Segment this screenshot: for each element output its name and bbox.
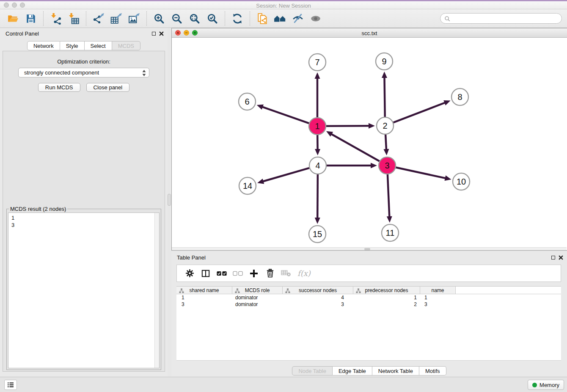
column-header-name[interactable]: name	[420, 287, 456, 294]
graph-edge[interactable]	[262, 107, 309, 123]
tree-icon	[235, 288, 240, 293]
result-scrollbar[interactable]	[154, 213, 159, 368]
delete-table-icon	[281, 268, 292, 279]
tab-network-table[interactable]: Network Table	[372, 366, 419, 375]
toolbar-separator	[43, 11, 44, 26]
graph-edge[interactable]	[394, 102, 446, 122]
export-table-icon[interactable]	[109, 11, 124, 26]
show-column-panel-icon[interactable]	[200, 268, 211, 279]
tab-motifs[interactable]: Motifs	[419, 366, 446, 375]
graph-edge[interactable]	[384, 77, 385, 117]
graph-edge[interactable]	[317, 174, 318, 218]
session-title: Session: New Session	[0, 3, 567, 9]
table-options-icon[interactable]	[184, 268, 195, 279]
criterion-select[interactable]: strongly connected component	[18, 68, 149, 77]
panel-splitter-handle[interactable]	[168, 194, 171, 206]
save-session-icon[interactable]	[24, 11, 38, 26]
column-header-mcds-role[interactable]: MCDS role	[232, 287, 283, 294]
graph-edge-arrowhead	[445, 175, 451, 181]
run-mcds-button[interactable]: Run MCDS	[38, 83, 80, 92]
zoom-fit-icon[interactable]	[187, 11, 202, 26]
graph-edge-arrowhead	[369, 123, 375, 129]
network-graph[interactable]: 7968124314101511	[172, 38, 567, 247]
tree-icon	[285, 288, 290, 293]
network-hscrollbar[interactable]	[172, 247, 567, 250]
graph-edge-arrowhead	[383, 149, 389, 155]
mcds-result-text[interactable]: 1 3	[8, 213, 160, 368]
graph-edge-arrowhead	[371, 163, 377, 168]
tab-node-table[interactable]: Node Table	[292, 366, 333, 375]
control-panel-title: Control Panel	[6, 30, 39, 37]
tab-select[interactable]: Select	[85, 41, 112, 50]
memory-status-icon	[532, 383, 537, 387]
select-all-check-icon[interactable]	[216, 268, 227, 279]
graph-node-label: 6	[245, 97, 249, 106]
import-table-icon[interactable]	[66, 11, 81, 26]
graph-edge-arrowhead	[257, 179, 264, 184]
column-header-successor-nodes[interactable]: successor nodes	[283, 287, 353, 294]
close-table-panel-icon[interactable]	[558, 255, 564, 260]
import-network-icon[interactable]	[49, 11, 63, 26]
close-panel-icon[interactable]	[159, 31, 164, 36]
toolbar-separator	[250, 11, 250, 26]
close-panel-button[interactable]: Close panel	[86, 83, 130, 92]
table-row[interactable]: 1 dominator 4 1 1	[176, 294, 561, 301]
graph-edge[interactable]	[396, 167, 446, 178]
show-hidden-icon[interactable]	[308, 11, 323, 26]
tree-icon	[179, 288, 184, 293]
export-network-icon[interactable]	[91, 11, 106, 26]
list-icon	[7, 382, 14, 388]
deselect-all-check-icon[interactable]	[232, 268, 243, 279]
hide-selected-icon[interactable]	[291, 11, 305, 26]
control-panel: Control Panel Network Style Select MCDS …	[0, 28, 168, 377]
graph-edge-arrowhead	[315, 149, 320, 155]
mcds-result-title: MCDS result (2 nodes)	[9, 206, 67, 212]
network-window: scc.txt 7968124314101511	[171, 28, 567, 251]
result-line: 3	[11, 221, 159, 229]
create-column-icon[interactable]	[248, 268, 259, 279]
memory-button[interactable]: Memory	[528, 380, 564, 390]
delete-columns-icon[interactable]	[264, 268, 275, 279]
graph-edge[interactable]	[331, 134, 379, 161]
graph-node-label: 2	[383, 121, 387, 130]
graph-node-label: 14	[243, 181, 252, 190]
app-titlebar: Session: New Session	[0, 0, 567, 9]
graph-node-label: 9	[382, 57, 386, 66]
table-row[interactable]: 3 dominator 3 2 3	[176, 301, 561, 308]
export-image-icon[interactable]	[127, 11, 141, 26]
open-session-icon[interactable]	[6, 11, 20, 26]
show-all-networks-icon[interactable]	[273, 11, 287, 26]
tab-network[interactable]: Network	[27, 41, 60, 50]
tab-edge-table[interactable]: Edge Table	[333, 366, 372, 375]
column-header-predecessor-nodes[interactable]: predecessor nodes	[353, 287, 420, 294]
search-input[interactable]	[452, 15, 561, 22]
apply-layout-icon[interactable]	[230, 11, 245, 26]
graph-node-label: 10	[457, 177, 466, 186]
zoom-out-icon[interactable]	[170, 11, 184, 26]
graph-node-label: 4	[315, 161, 320, 170]
search-icon	[444, 16, 450, 22]
graph-edge[interactable]	[385, 135, 386, 150]
graph-node-label: 8	[457, 92, 462, 102]
float-table-panel-icon[interactable]	[550, 255, 556, 260]
tab-mcds[interactable]: MCDS	[112, 41, 140, 50]
zoom-selected-icon[interactable]	[205, 11, 220, 26]
graph-edge-arrowhead	[382, 72, 387, 78]
float-panel-icon[interactable]	[151, 31, 157, 36]
task-history-button[interactable]	[4, 380, 17, 390]
graph-edge-arrowhead	[257, 105, 264, 110]
column-header-shared-name[interactable]: shared name	[176, 287, 232, 294]
main-toolbar	[0, 9, 567, 28]
graph-edge[interactable]	[263, 168, 309, 182]
hscrollbar-thumb[interactable]	[364, 248, 370, 250]
graph-edge[interactable]	[326, 126, 369, 126]
toolbar-separator	[225, 11, 225, 26]
zoom-in-icon[interactable]	[152, 11, 166, 26]
tab-style[interactable]: Style	[60, 41, 85, 50]
graph-node-label: 7	[315, 58, 319, 67]
mcds-result-group: MCDS result (2 nodes) 1 3	[6, 209, 161, 370]
clone-network-icon[interactable]	[255, 11, 270, 26]
graph-edge[interactable]	[388, 174, 389, 217]
status-bar: Memory	[0, 377, 567, 392]
search-field[interactable]	[440, 13, 562, 24]
